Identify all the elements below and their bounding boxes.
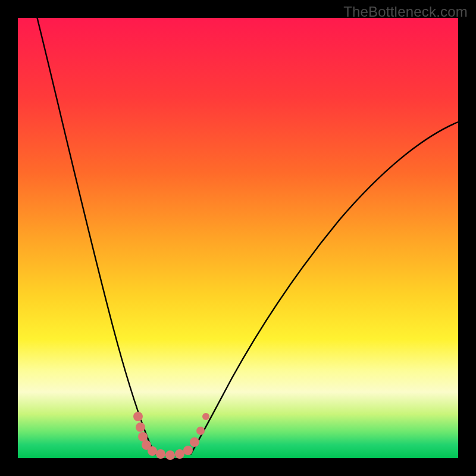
- svg-point-2: [138, 432, 148, 441]
- svg-point-9: [190, 437, 199, 447]
- svg-point-0: [133, 412, 143, 421]
- chart-frame: TheBottleneck.com: [0, 0, 476, 476]
- svg-point-4: [148, 446, 157, 456]
- valley-dots: [133, 412, 209, 460]
- svg-point-11: [202, 413, 209, 420]
- svg-point-8: [183, 446, 193, 455]
- curve-left-branch: [36, 12, 156, 455]
- svg-point-7: [175, 449, 184, 459]
- svg-point-5: [156, 449, 165, 459]
- svg-point-6: [165, 450, 175, 460]
- chart-plot-area: [18, 18, 458, 458]
- svg-point-10: [196, 427, 205, 435]
- chart-curves-layer: [18, 18, 458, 458]
- curve-right-branch: [190, 122, 458, 455]
- svg-point-1: [136, 422, 145, 432]
